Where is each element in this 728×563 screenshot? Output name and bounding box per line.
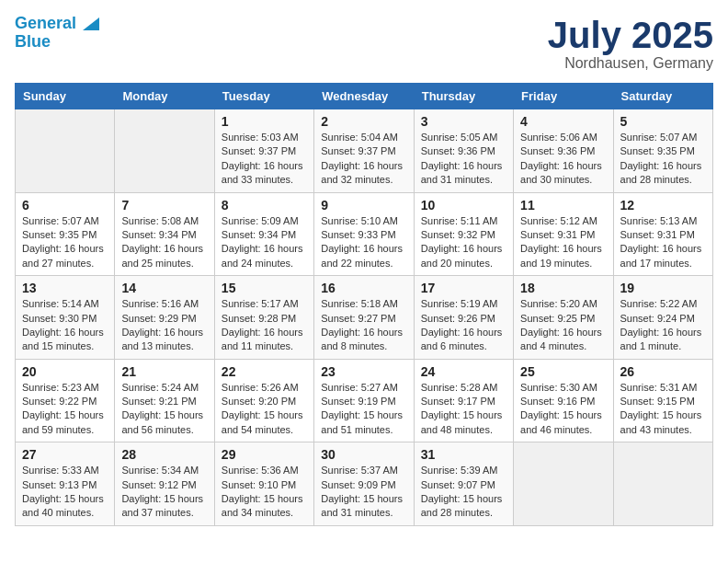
- calendar-cell: 26Sunrise: 5:31 AMSunset: 9:15 PMDayligh…: [613, 359, 712, 442]
- calendar-cell: 6Sunrise: 5:07 AMSunset: 9:35 PMDaylight…: [16, 192, 115, 276]
- weekday-header-cell: Tuesday: [214, 84, 313, 109]
- day-content: Sunrise: 5:34 AMSunset: 9:12 PMDaylight:…: [121, 464, 207, 521]
- weekday-header-cell: Monday: [115, 84, 214, 109]
- day-content: Sunrise: 5:09 AMSunset: 9:34 PMDaylight:…: [222, 214, 307, 271]
- day-content: Sunrise: 5:16 AMSunset: 9:29 PMDaylight:…: [121, 297, 207, 354]
- calendar-cell: 3Sunrise: 5:05 AMSunset: 9:36 PMDaylight…: [414, 109, 513, 193]
- calendar-cell: 1Sunrise: 5:03 AMSunset: 9:37 PMDaylight…: [214, 109, 313, 193]
- weekday-header-cell: Friday: [514, 84, 613, 109]
- month-title: July 2025: [548, 15, 713, 55]
- calendar-cell: 10Sunrise: 5:11 AMSunset: 9:32 PMDayligh…: [414, 192, 513, 276]
- day-content: Sunrise: 5:27 AMSunset: 9:19 PMDaylight:…: [321, 381, 406, 438]
- day-number: 23: [321, 364, 406, 379]
- day-number: 9: [321, 198, 406, 213]
- day-number: 15: [222, 281, 307, 295]
- calendar-week-row: 1Sunrise: 5:03 AMSunset: 9:37 PMDaylight…: [16, 109, 713, 193]
- calendar-cell: 19Sunrise: 5:22 AMSunset: 9:24 PMDayligh…: [613, 276, 712, 360]
- calendar-cell: [115, 109, 214, 193]
- day-number: 30: [321, 447, 406, 462]
- calendar-week-row: 20Sunrise: 5:23 AMSunset: 9:22 PMDayligh…: [16, 359, 713, 442]
- day-number: 10: [421, 198, 506, 213]
- day-content: Sunrise: 5:03 AMSunset: 9:37 PMDaylight:…: [222, 131, 307, 188]
- day-number: 2: [321, 114, 406, 129]
- day-number: 11: [520, 198, 606, 213]
- day-number: 12: [620, 198, 706, 213]
- calendar-cell: 8Sunrise: 5:09 AMSunset: 9:34 PMDaylight…: [214, 192, 313, 276]
- day-content: Sunrise: 5:18 AMSunset: 9:27 PMDaylight:…: [321, 297, 406, 354]
- day-content: Sunrise: 5:12 AMSunset: 9:31 PMDaylight:…: [520, 214, 606, 271]
- day-number: 28: [121, 447, 207, 462]
- calendar-cell: 18Sunrise: 5:20 AMSunset: 9:25 PMDayligh…: [514, 276, 613, 360]
- day-content: Sunrise: 5:26 AMSunset: 9:20 PMDaylight:…: [222, 381, 307, 438]
- svg-marker-0: [83, 17, 99, 30]
- calendar-week-row: 13Sunrise: 5:14 AMSunset: 9:30 PMDayligh…: [16, 276, 713, 360]
- day-number: 3: [421, 114, 506, 129]
- day-number: 17: [421, 281, 506, 295]
- calendar-cell: [514, 442, 613, 526]
- day-number: 1: [222, 114, 307, 129]
- weekday-header-cell: Saturday: [613, 84, 712, 109]
- day-number: 20: [22, 364, 108, 379]
- day-content: Sunrise: 5:10 AMSunset: 9:33 PMDaylight:…: [321, 214, 406, 271]
- day-number: 6: [22, 198, 108, 213]
- day-content: Sunrise: 5:22 AMSunset: 9:24 PMDaylight:…: [620, 297, 706, 354]
- calendar-cell: 21Sunrise: 5:24 AMSunset: 9:21 PMDayligh…: [115, 359, 214, 442]
- calendar-cell: [16, 109, 115, 193]
- day-number: 26: [620, 364, 706, 379]
- day-content: Sunrise: 5:11 AMSunset: 9:32 PMDaylight:…: [421, 214, 506, 271]
- day-content: Sunrise: 5:37 AMSunset: 9:09 PMDaylight:…: [321, 464, 406, 521]
- day-number: 16: [321, 281, 406, 295]
- day-content: Sunrise: 5:14 AMSunset: 9:30 PMDaylight:…: [22, 297, 108, 354]
- logo: General Blue: [15, 15, 99, 52]
- day-content: Sunrise: 5:36 AMSunset: 9:10 PMDaylight:…: [222, 464, 307, 521]
- day-number: 5: [620, 114, 706, 129]
- day-number: 8: [222, 198, 307, 213]
- day-content: Sunrise: 5:33 AMSunset: 9:13 PMDaylight:…: [22, 464, 108, 521]
- day-content: Sunrise: 5:39 AMSunset: 9:07 PMDaylight:…: [421, 464, 506, 521]
- calendar-week-row: 27Sunrise: 5:33 AMSunset: 9:13 PMDayligh…: [16, 442, 713, 526]
- page-header: General Blue July 2025 Nordhausen, Germa…: [15, 15, 713, 72]
- day-content: Sunrise: 5:24 AMSunset: 9:21 PMDaylight:…: [121, 381, 207, 438]
- calendar-week-row: 6Sunrise: 5:07 AMSunset: 9:35 PMDaylight…: [16, 192, 713, 276]
- day-content: Sunrise: 5:31 AMSunset: 9:15 PMDaylight:…: [620, 381, 706, 438]
- location-title: Nordhausen, Germany: [548, 55, 713, 72]
- calendar-cell: 15Sunrise: 5:17 AMSunset: 9:28 PMDayligh…: [214, 276, 313, 360]
- calendar-cell: 9Sunrise: 5:10 AMSunset: 9:33 PMDaylight…: [314, 192, 414, 276]
- day-number: 25: [520, 364, 606, 379]
- calendar-cell: 24Sunrise: 5:28 AMSunset: 9:17 PMDayligh…: [414, 359, 513, 442]
- calendar-cell: 31Sunrise: 5:39 AMSunset: 9:07 PMDayligh…: [414, 442, 513, 526]
- day-number: 14: [121, 281, 207, 295]
- weekday-header-row: SundayMondayTuesdayWednesdayThursdayFrid…: [16, 84, 713, 109]
- calendar-cell: 25Sunrise: 5:30 AMSunset: 9:16 PMDayligh…: [514, 359, 613, 442]
- calendar-cell: 13Sunrise: 5:14 AMSunset: 9:30 PMDayligh…: [16, 276, 115, 360]
- day-content: Sunrise: 5:13 AMSunset: 9:31 PMDaylight:…: [620, 214, 706, 271]
- calendar-cell: 7Sunrise: 5:08 AMSunset: 9:34 PMDaylight…: [115, 192, 214, 276]
- logo-icon: [83, 17, 99, 30]
- day-content: Sunrise: 5:17 AMSunset: 9:28 PMDaylight:…: [222, 297, 307, 354]
- calendar-table: SundayMondayTuesdayWednesdayThursdayFrid…: [15, 83, 713, 526]
- day-number: 27: [22, 447, 108, 462]
- day-number: 18: [520, 281, 606, 295]
- calendar-cell: 29Sunrise: 5:36 AMSunset: 9:10 PMDayligh…: [214, 442, 313, 526]
- calendar-cell: 22Sunrise: 5:26 AMSunset: 9:20 PMDayligh…: [214, 359, 313, 442]
- day-content: Sunrise: 5:30 AMSunset: 9:16 PMDaylight:…: [520, 381, 606, 438]
- calendar-cell: 27Sunrise: 5:33 AMSunset: 9:13 PMDayligh…: [16, 442, 115, 526]
- day-number: 21: [121, 364, 207, 379]
- day-number: 13: [22, 281, 108, 295]
- calendar-cell: 12Sunrise: 5:13 AMSunset: 9:31 PMDayligh…: [613, 192, 712, 276]
- day-content: Sunrise: 5:07 AMSunset: 9:35 PMDaylight:…: [620, 131, 706, 188]
- day-content: Sunrise: 5:07 AMSunset: 9:35 PMDaylight:…: [22, 214, 108, 271]
- day-content: Sunrise: 5:23 AMSunset: 9:22 PMDaylight:…: [22, 381, 108, 438]
- day-number: 22: [222, 364, 307, 379]
- calendar-cell: 14Sunrise: 5:16 AMSunset: 9:29 PMDayligh…: [115, 276, 214, 360]
- day-content: Sunrise: 5:06 AMSunset: 9:36 PMDaylight:…: [520, 131, 606, 188]
- day-number: 19: [620, 281, 706, 295]
- weekday-header-cell: Wednesday: [314, 84, 414, 109]
- calendar-cell: 11Sunrise: 5:12 AMSunset: 9:31 PMDayligh…: [514, 192, 613, 276]
- day-content: Sunrise: 5:28 AMSunset: 9:17 PMDaylight:…: [421, 381, 506, 438]
- logo-blue: Blue: [15, 32, 51, 51]
- day-number: 24: [421, 364, 506, 379]
- day-number: 29: [222, 447, 307, 462]
- calendar-cell: 28Sunrise: 5:34 AMSunset: 9:12 PMDayligh…: [115, 442, 214, 526]
- title-area: July 2025 Nordhausen, Germany: [548, 15, 713, 72]
